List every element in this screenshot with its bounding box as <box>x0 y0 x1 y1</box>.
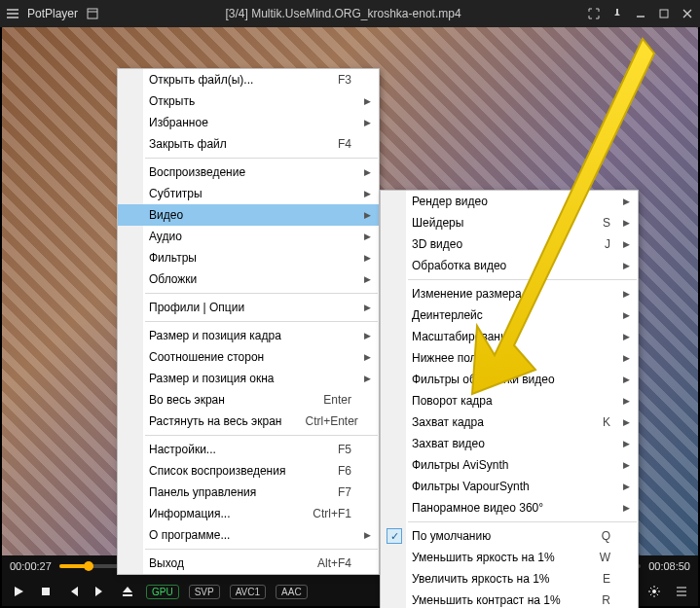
menu-item[interactable]: Во весь экранEnter <box>118 389 379 411</box>
context-menu-main[interactable]: Открыть файл(ы)...F3Открыть▶Избранное▶За… <box>117 68 380 575</box>
menu-item[interactable]: Деинтерлейс▶ <box>381 304 638 326</box>
svg-rect-0 <box>88 9 97 18</box>
menu-item[interactable]: Закрыть файлF4 <box>118 133 379 155</box>
menu-item[interactable]: Профили | Опции▶ <box>118 297 379 318</box>
menu-item-label: Размер и позиция окна <box>149 372 275 385</box>
menu-item[interactable]: Поворот кадра▶ <box>381 390 638 411</box>
menu-item-label: Панель управления <box>149 485 256 499</box>
menu-item-label: Рендер видео <box>412 195 488 208</box>
chevron-right-icon: ▶ <box>623 332 630 341</box>
menu-item-label: Панорамное видео 360° <box>412 501 543 515</box>
menu-item[interactable]: Увеличить яркость на 1%E <box>381 568 638 590</box>
menu-item-label: Обработка видео <box>412 259 506 272</box>
svg-point-3 <box>652 590 656 593</box>
menu-item[interactable]: 3D видеоJ▶ <box>381 233 638 255</box>
menu-item[interactable]: Растянуть на весь экранCtrl+Enter <box>118 411 379 432</box>
badge-gpu[interactable]: GPU <box>146 585 179 599</box>
window-title: [3/4] Multik.UseMind.ORG_kroshka-enot.mp… <box>99 7 587 20</box>
minimize-icon[interactable] <box>634 7 647 20</box>
menu-item[interactable]: Захват кадраK▶ <box>381 411 638 433</box>
menu-item[interactable]: Обложки▶ <box>118 268 379 290</box>
menu-item[interactable]: Уменьшить контраст на 1%R <box>381 590 638 608</box>
menu-item[interactable]: Открыть файл(ы)...F3 <box>118 69 379 90</box>
menu-item-shortcut: F7 <box>314 485 351 499</box>
chevron-right-icon: ▶ <box>623 439 630 448</box>
next-button[interactable] <box>92 583 109 600</box>
maximize-icon[interactable] <box>657 7 671 20</box>
menu-item-shortcut: K <box>579 415 610 429</box>
badge-audio[interactable]: AAC <box>276 585 308 599</box>
menu-item[interactable]: Настройки...F5 <box>118 439 379 460</box>
menu-separator <box>145 321 378 322</box>
menu-item-label: Уменьшить яркость на 1% <box>412 551 555 564</box>
menu-item[interactable]: ✓По умолчаниюQ <box>381 525 638 547</box>
chevron-right-icon: ▶ <box>623 197 630 206</box>
menu-item[interactable]: Фильтры обработки видео▶ <box>381 369 638 390</box>
settings-button[interactable] <box>645 583 663 600</box>
chevron-right-icon: ▶ <box>364 530 371 540</box>
menu-item[interactable]: Аудио▶ <box>118 226 379 247</box>
hamburger-icon[interactable] <box>6 7 19 20</box>
chevron-right-icon: ▶ <box>364 331 371 340</box>
menu-item[interactable]: Размер и позиция окна▶ <box>118 368 379 389</box>
menu-item[interactable]: Фильтры AviSynth▶ <box>381 454 638 476</box>
menu-item-label: Фильтры <box>149 251 197 265</box>
menu-separator <box>145 549 378 550</box>
menu-item[interactable]: Избранное▶ <box>118 112 379 133</box>
prev-button[interactable] <box>64 583 82 600</box>
menu-item-shortcut: E <box>579 572 610 586</box>
menu-item[interactable]: О программе...▶ <box>118 524 379 546</box>
seek-thumb[interactable] <box>84 561 93 571</box>
menu-item-label: Видео <box>149 208 183 222</box>
chevron-right-icon: ▶ <box>364 232 371 241</box>
context-menu-video[interactable]: Рендер видео▶ШейдерыS▶3D видеоJ▶Обработк… <box>380 190 639 608</box>
menu-item-label: Увеличить яркость на 1% <box>412 572 550 586</box>
chevron-right-icon: ▶ <box>623 417 630 427</box>
menu-item-label: Открыть <box>149 94 195 108</box>
menu-item-label: Изменение размера <box>412 287 522 301</box>
play-button[interactable] <box>10 583 27 600</box>
menu-item-label: Настройки... <box>149 443 216 456</box>
fullscreen-icon[interactable] <box>587 7 601 20</box>
check-icon: ✓ <box>387 528 402 544</box>
badge-svp[interactable]: SVP <box>189 585 220 599</box>
playlist-button[interactable] <box>673 583 690 600</box>
menu-item[interactable]: Панель управленияF7 <box>118 482 379 503</box>
menu-item[interactable]: Рендер видео▶ <box>381 191 638 212</box>
chevron-right-icon: ▶ <box>623 353 630 363</box>
menu-item[interactable]: Фильтры VapourSynth▶ <box>381 476 638 497</box>
menu-item-shortcut: F6 <box>314 464 351 478</box>
menu-item[interactable]: Список воспроизведенияF6 <box>118 460 379 482</box>
eject-button[interactable] <box>119 583 136 600</box>
menu-item-label: Деинтерлейс <box>412 308 483 322</box>
menu-item[interactable]: Фильтры▶ <box>118 247 379 268</box>
menu-item[interactable]: Изменение размера▶ <box>381 283 638 304</box>
close-icon[interactable] <box>681 7 694 20</box>
menu-item-label: Фильтры AviSynth <box>412 458 508 472</box>
menu-item[interactable]: ШейдерыS▶ <box>381 212 638 233</box>
chevron-right-icon: ▶ <box>623 261 630 270</box>
chevron-right-icon: ▶ <box>623 289 630 299</box>
menu-item-label: 3D видео <box>412 237 462 251</box>
menu-item[interactable]: Открыть▶ <box>118 90 379 112</box>
menu-item[interactable]: Нижнее полэкрана▶ <box>381 347 638 369</box>
chevron-right-icon: ▶ <box>364 352 371 362</box>
pin-icon[interactable] <box>610 7 624 20</box>
menu-item[interactable]: Обработка видео▶ <box>381 255 638 276</box>
menu-item[interactable]: Информация...Ctrl+F1 <box>118 503 379 524</box>
menu-item[interactable]: Соотношение сторон▶ <box>118 346 379 368</box>
menu-item[interactable]: Масштабирование▶ <box>381 326 638 347</box>
menu-item[interactable]: Уменьшить яркость на 1%W <box>381 547 638 568</box>
menu-item[interactable]: Воспроизведение▶ <box>118 161 379 183</box>
menu-item[interactable]: ВыходAlt+F4 <box>118 553 379 574</box>
menu-item-label: Размер и позиция кадра <box>149 329 281 342</box>
menu-item[interactable]: Панорамное видео 360°▶ <box>381 497 638 519</box>
menu-item[interactable]: Видео▶ <box>118 204 379 226</box>
menu-item[interactable]: Субтитры▶ <box>118 183 379 204</box>
menu-item-label: Субтитры <box>149 187 203 200</box>
menu-item[interactable]: Захват видео▶ <box>381 433 638 454</box>
menu-item[interactable]: Размер и позиция кадра▶ <box>118 325 379 346</box>
badge-codec[interactable]: AVC1 <box>230 585 266 599</box>
stop-button[interactable] <box>37 583 55 600</box>
window-list-icon[interactable] <box>86 7 99 20</box>
